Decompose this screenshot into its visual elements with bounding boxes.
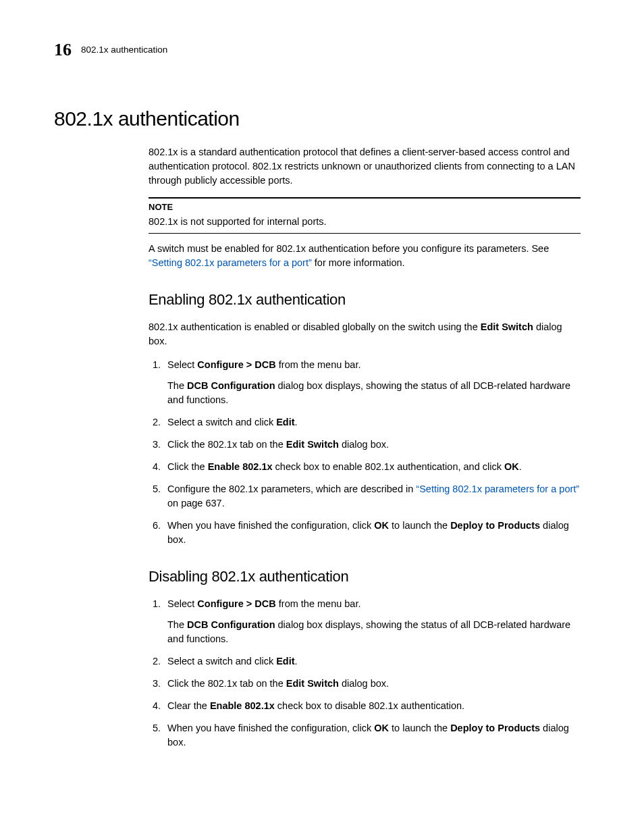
enable-step-3: Click the 802.1x tab on the Edit Switch … — [163, 438, 581, 452]
disable-step-1-detail: The DCB Configuration dialog box display… — [167, 618, 581, 646]
disable-step-4: Clear the Enable 802.1x check box to dis… — [163, 699, 581, 713]
disabling-heading: Disabling 802.1x authentication — [149, 566, 581, 588]
disable-step-2: Select a switch and click Edit. — [163, 654, 581, 669]
disable-step-5: When you have finished the configuration… — [163, 721, 581, 750]
disable-step-1: Select Configure > DCB from the menu bar… — [163, 597, 581, 646]
running-header: 16 802.1x authentication — [54, 37, 590, 67]
enable-step-6: When you have finished the configuration… — [163, 519, 581, 547]
enable-step-2: Select a switch and click Edit. — [163, 415, 581, 429]
content-body: 802.1x is a standard authentication prot… — [149, 145, 581, 750]
page-title: 802.1x authentication — [54, 104, 590, 134]
enable-step-1: Select Configure > DCB from the menu bar… — [163, 358, 581, 407]
note-text: 802.1x is not supported for internal por… — [149, 216, 327, 227]
setting-params-link-2[interactable]: “Setting 802.1x parameters for a port” — [416, 484, 579, 494]
document-page: 16 802.1x authentication 802.1x authenti… — [0, 0, 644, 834]
enable-steps: Select Configure > DCB from the menu bar… — [149, 358, 581, 547]
chapter-number: 16 — [54, 37, 72, 63]
note-callout: NOTE 802.1x is not supported for interna… — [149, 197, 581, 234]
enabling-heading: Enabling 802.1x authentication — [149, 289, 581, 311]
enable-step-4: Click the Enable 802.1x check box to ena… — [163, 460, 581, 474]
enable-intro: 802.1x authentication is enabled or disa… — [149, 320, 581, 348]
intro-paragraph: 802.1x is a standard authentication prot… — [149, 145, 581, 188]
running-title: 802.1x authentication — [81, 45, 167, 55]
after-note-paragraph: A switch must be enabled for 802.1x auth… — [149, 242, 581, 270]
enable-step-1-detail: The DCB Configuration dialog box display… — [167, 379, 581, 407]
disable-step-3: Click the 802.1x tab on the Edit Switch … — [163, 677, 581, 691]
note-label: NOTE — [149, 201, 581, 214]
enable-step-5: Configure the 802.1x parameters, which a… — [163, 482, 581, 511]
disable-steps: Select Configure > DCB from the menu bar… — [149, 597, 581, 750]
setting-params-link[interactable]: “Setting 802.1x parameters for a port” — [149, 257, 312, 268]
